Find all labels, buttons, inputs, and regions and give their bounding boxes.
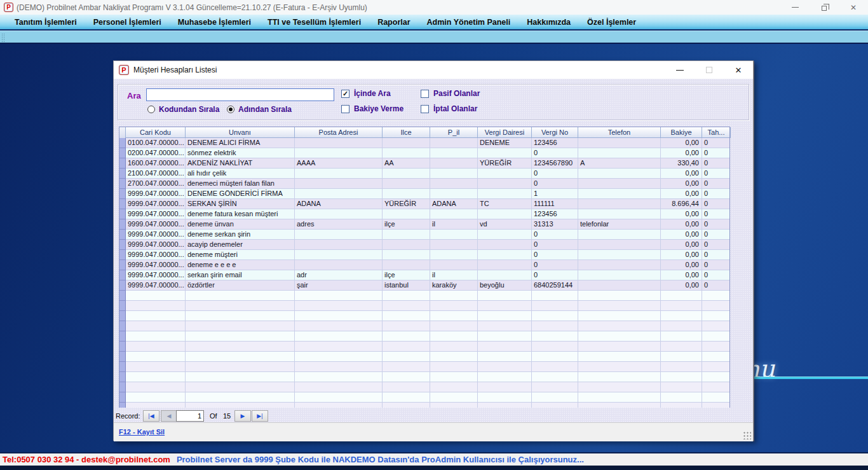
empty-cell: [661, 403, 702, 408]
cell: sönmez elektrik: [186, 148, 295, 158]
cell: [478, 250, 532, 260]
sort-radio-0[interactable]: Kodundan Sırala: [147, 105, 219, 114]
empty-cell: [702, 342, 729, 352]
cell: [430, 148, 478, 158]
minimize-button[interactable]: [780, 0, 810, 15]
cell: [478, 240, 532, 250]
next-record-button[interactable]: ▶: [234, 410, 251, 422]
cell: 0: [532, 260, 578, 270]
first-record-button[interactable]: |◀: [143, 410, 159, 422]
table-row[interactable]: 0200.047.00000...sönmez elektrik00,000: [119, 148, 729, 158]
menu-item-3[interactable]: TTI ve Tesellüm İşlemleri: [259, 18, 369, 27]
column-header-1[interactable]: Unvanı: [186, 127, 295, 138]
empty-cell: [578, 362, 661, 372]
table-row[interactable]: 2700.047.00000...denemeci müşteri falan …: [119, 179, 729, 189]
cell: 111111: [532, 199, 578, 209]
empty-cell: [383, 321, 430, 331]
row-indicator: [119, 169, 126, 179]
search-input[interactable]: [146, 88, 334, 101]
cell: [578, 169, 661, 179]
cell: 1: [532, 189, 578, 199]
dialog-minimize-button[interactable]: [665, 61, 695, 79]
menu-item-7[interactable]: Özel İşlemler: [579, 18, 644, 27]
cell: [430, 138, 478, 148]
table-row[interactable]: 9999.047.00000...deneme e e e e00,000: [119, 260, 729, 270]
row-indicator: [119, 219, 126, 230]
menu-item-5[interactable]: Admin Yönetim Paneli: [419, 18, 519, 27]
filter-checkbox-1[interactable]: Bakiye Verme: [341, 104, 403, 113]
customer-grid: Cari KoduUnvanıPosta AdresiIlceP_ilVergi…: [119, 127, 730, 408]
column-header-6[interactable]: Vergi No: [532, 127, 578, 138]
menu-item-6[interactable]: Hakkımızda: [519, 18, 579, 27]
column-header-9[interactable]: Tah...: [702, 127, 731, 138]
cell: ilçe: [383, 219, 430, 230]
cell: [478, 270, 532, 280]
empty-cell: [126, 382, 186, 392]
empty-cell: [383, 331, 430, 342]
empty-cell: [532, 392, 578, 403]
dialog-close-button[interactable]: ✕: [724, 61, 753, 79]
column-header-5[interactable]: Vergi Dairesi: [478, 127, 532, 138]
empty-cell: [186, 291, 295, 301]
empty-cell: [661, 321, 702, 331]
record-number-input[interactable]: [176, 410, 204, 422]
window-controls: ✕: [780, 0, 868, 15]
column-header-8[interactable]: Bakiye: [661, 127, 702, 138]
column-header-2[interactable]: Posta Adresi: [295, 127, 383, 138]
cell: [578, 189, 661, 199]
resize-grip[interactable]: [742, 431, 751, 439]
cell: adres: [295, 219, 383, 230]
cell: 0100.047.00000...: [126, 138, 186, 148]
empty-row: [119, 382, 729, 392]
empty-cell: [661, 352, 702, 362]
table-row[interactable]: 9999.047.00000...serkan şirin emailadril…: [119, 270, 729, 280]
table-row[interactable]: 2100.047.00000...ali hıdır çelik00,000: [119, 169, 729, 179]
column-header-0[interactable]: Cari Kodu: [126, 127, 186, 138]
column-header-4[interactable]: P_il: [430, 127, 478, 138]
filter-checkbox-3[interactable]: İptal Olanlar: [421, 104, 477, 113]
grid-body[interactable]: 0100.047.00000...DENEME ALICI FİRMADENEM…: [119, 138, 729, 408]
cell: telefonlar: [578, 219, 661, 230]
cell: 9999.047.00000...: [126, 270, 186, 280]
row-indicator: [119, 362, 126, 372]
previous-record-button[interactable]: ◀: [161, 410, 177, 422]
table-row[interactable]: 9999.047.00000...deneme serkan şirin00,0…: [119, 230, 729, 240]
checkbox-icon: ✓: [341, 90, 349, 98]
empty-cell: [186, 301, 295, 311]
column-header-7[interactable]: Telefon: [578, 127, 661, 138]
column-header-3[interactable]: Ilce: [383, 127, 430, 138]
menu-item-4[interactable]: Raporlar: [369, 18, 418, 27]
empty-cell: [532, 291, 578, 301]
menu-item-1[interactable]: Personel İşlemleri: [85, 18, 170, 27]
close-button[interactable]: ✕: [839, 0, 868, 15]
empty-cell: [532, 372, 578, 382]
menu-item-0[interactable]: Tanıtım İşlemleri: [6, 18, 85, 27]
dialog-maximize-button[interactable]: [695, 61, 724, 79]
cell: 2100.047.00000...: [126, 169, 186, 179]
table-row[interactable]: 1600.047.00000...AKDENİZ NAKLİYATAAAAAAY…: [119, 158, 729, 169]
delete-record-link[interactable]: F12 - Kayıt Sil: [119, 428, 165, 436]
empty-cell: [430, 291, 478, 301]
row-indicator: [119, 158, 126, 169]
table-row[interactable]: 9999.047.00000...DENEME GÖNDERİCİ FİRMA1…: [119, 189, 729, 199]
record-of-label: Of: [210, 412, 217, 420]
restore-button[interactable]: [810, 0, 839, 15]
table-row[interactable]: 0100.047.00000...DENEME ALICI FİRMADENEM…: [119, 138, 729, 148]
table-row[interactable]: 9999.047.00000...deneme müşteri00,000: [119, 250, 729, 260]
table-row[interactable]: 9999.047.00000...özdörtlerşairistanbulka…: [119, 280, 729, 291]
table-row[interactable]: 9999.047.00000...SERKAN ŞİRİNADANAYÜREĞİ…: [119, 199, 729, 209]
last-record-button[interactable]: ▶|: [252, 410, 268, 422]
cell: 9999.047.00000...: [126, 250, 186, 260]
sort-radio-1[interactable]: Adından Sırala: [227, 105, 292, 114]
table-row[interactable]: 9999.047.00000...deneme fatura kesan müş…: [119, 209, 729, 219]
filter-checkbox-0[interactable]: ✓İçinde Ara: [341, 89, 391, 98]
empty-cell: [430, 321, 478, 331]
toolbar-grip-icon[interactable]: [1, 33, 4, 42]
menu-item-2[interactable]: Muhasebe İşlemleri: [170, 18, 259, 27]
filter-checkbox-2[interactable]: Pasif Olanlar: [421, 89, 480, 98]
table-row[interactable]: 9999.047.00000...acayip denemeler00,000: [119, 240, 729, 250]
empty-cell: [478, 291, 532, 301]
table-row[interactable]: 9999.047.00000...deneme ünvanadresilçeil…: [119, 219, 729, 230]
window-titlebar: P (DEMO) Probilnet Ambar Nakliyat Progra…: [0, 0, 868, 15]
cell: [578, 270, 661, 280]
